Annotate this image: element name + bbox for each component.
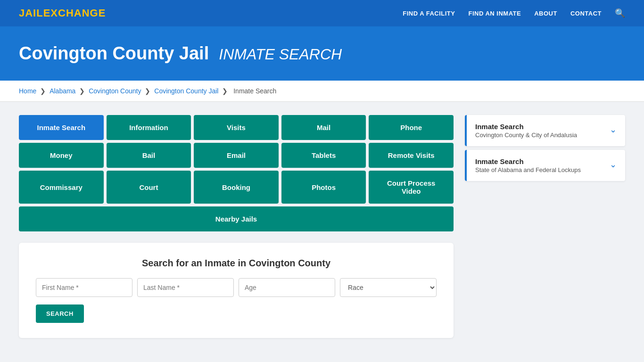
race-select[interactable]: Race White Black Hispanic Asian Other xyxy=(340,278,437,297)
age-input[interactable] xyxy=(239,278,335,297)
search-inputs: Race White Black Hispanic Asian Other xyxy=(36,278,437,297)
logo-exchange: EXCHANGE xyxy=(43,7,106,19)
breadcrumb: Home ❯ Alabama ❯ Covington County ❯ Covi… xyxy=(0,81,644,102)
breadcrumb-sep-1: ❯ xyxy=(40,87,48,95)
nav-find-facility[interactable]: FIND A FACILITY xyxy=(403,10,455,17)
breadcrumb-covington-county[interactable]: Covington County xyxy=(89,87,141,95)
commissary-btn[interactable]: Commissary xyxy=(19,171,104,204)
mail-btn[interactable]: Mail xyxy=(281,115,366,140)
search-form-title: Search for an Inmate in Covington County xyxy=(36,258,437,269)
sidebar-card-covington: Inmate Search Covington County & City of… xyxy=(465,115,625,146)
sidebar-card-covington-sub: Covington County & City of Andalusia xyxy=(475,132,577,139)
tablets-btn[interactable]: Tablets xyxy=(281,143,366,168)
breadcrumb-sep-4: ❯ xyxy=(222,87,230,95)
sidebar-card-alabama-heading: Inmate Search xyxy=(475,157,581,165)
breadcrumb-alabama[interactable]: Alabama xyxy=(50,87,75,95)
hero-title-main: Covington County Jail xyxy=(19,43,209,63)
nearby-jails-btn[interactable]: Nearby Jails xyxy=(19,206,454,231)
nav-about[interactable]: ABOUT xyxy=(534,10,557,17)
breadcrumb-sep-2: ❯ xyxy=(79,87,87,95)
search-button[interactable]: SEARCH xyxy=(36,304,84,323)
search-icon[interactable]: 🔍 xyxy=(615,8,625,18)
nav-find-inmate[interactable]: FIND AN INMATE xyxy=(468,10,521,17)
chevron-down-icon-2: ⌄ xyxy=(610,159,617,170)
visits-btn[interactable]: Visits xyxy=(194,115,279,140)
breadcrumb-home[interactable]: Home xyxy=(19,87,36,95)
nav-buttons-grid: Inmate Search Information Visits Mail Ph… xyxy=(19,115,454,231)
navbar: JAILEXCHANGE FIND A FACILITY FIND AN INM… xyxy=(0,0,644,26)
nav-links: FIND A FACILITY FIND AN INMATE ABOUT CON… xyxy=(403,8,625,18)
main-content: Inmate Search Information Visits Mail Ph… xyxy=(0,102,644,351)
right-sidebar: Inmate Search Covington County & City of… xyxy=(465,115,625,338)
chevron-down-icon: ⌄ xyxy=(610,124,617,135)
sidebar-card-covington-text: Inmate Search Covington County & City of… xyxy=(475,123,577,139)
breadcrumb-current: Inmate Search xyxy=(233,87,276,95)
breadcrumb-sep-3: ❯ xyxy=(145,87,152,95)
remote-visits-btn[interactable]: Remote Visits xyxy=(369,143,454,168)
sidebar-card-alabama-inner[interactable]: Inmate Search State of Alabama and Feder… xyxy=(467,150,625,181)
sidebar-card-covington-inner[interactable]: Inmate Search Covington County & City of… xyxy=(467,115,625,146)
email-btn[interactable]: Email xyxy=(194,143,279,168)
left-column: Inmate Search Information Visits Mail Ph… xyxy=(19,115,454,338)
hero-title: Covington County Jail INMATE SEARCH xyxy=(19,43,625,64)
sidebar-card-alabama-text: Inmate Search State of Alabama and Feder… xyxy=(475,157,581,173)
nav-contact[interactable]: CONTACT xyxy=(570,10,602,17)
hero-title-italic: INMATE SEARCH xyxy=(219,46,342,63)
last-name-input[interactable] xyxy=(137,278,234,297)
bail-btn[interactable]: Bail xyxy=(107,143,191,168)
photos-btn[interactable]: Photos xyxy=(281,171,366,204)
breadcrumb-covington-jail[interactable]: Covington County Jail xyxy=(154,87,218,95)
sidebar-card-alabama-sub: State of Alabama and Federal Lockups xyxy=(475,166,581,173)
booking-btn[interactable]: Booking xyxy=(194,171,279,204)
information-btn[interactable]: Information xyxy=(107,115,191,140)
money-btn[interactable]: Money xyxy=(19,143,104,168)
sidebar-card-covington-heading: Inmate Search xyxy=(475,123,577,131)
first-name-input[interactable] xyxy=(36,278,132,297)
search-form-box: Search for an Inmate in Covington County… xyxy=(19,243,454,338)
logo-jail: JAIL xyxy=(19,7,43,19)
sidebar-card-alabama: Inmate Search State of Alabama and Feder… xyxy=(465,150,625,181)
hero-section: Covington County Jail INMATE SEARCH xyxy=(0,26,644,81)
phone-btn[interactable]: Phone xyxy=(369,115,454,140)
court-btn[interactable]: Court xyxy=(107,171,191,204)
court-process-video-btn[interactable]: Court Process Video xyxy=(369,171,454,204)
logo[interactable]: JAILEXCHANGE xyxy=(19,7,106,19)
inmate-search-btn[interactable]: Inmate Search xyxy=(19,115,104,140)
